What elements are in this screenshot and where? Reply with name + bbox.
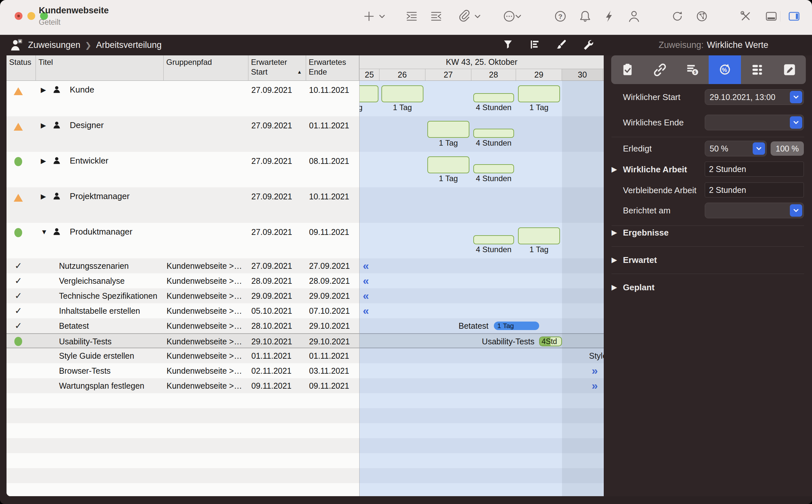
table-row[interactable]: Usability-Tests Kundenwebseite >… 29.10.… [7, 333, 359, 348]
column-header-erwarteter-start[interactable]: Erwarteter Start▲ [248, 55, 306, 81]
scroll-to-earlier-icon[interactable]: « [363, 258, 369, 273]
disclosure-expanded-icon[interactable]: ▼ [41, 223, 48, 241]
table-row[interactable]: ▼ Produktmanager 27.09.2021 09.11.2021 [7, 223, 359, 258]
filter-button[interactable] [502, 38, 515, 51]
disclosure-collapsed-icon[interactable]: ▶ [612, 162, 617, 177]
column-header-status[interactable]: Status [7, 55, 36, 81]
add-menu-button[interactable] [378, 9, 386, 23]
breadcrumb-item-arbeitsverteilung[interactable]: Arbeitsverteilung [96, 40, 162, 50]
actual-start-combobox[interactable]: 29.10.2021, 13:00 [705, 89, 804, 105]
minimize-button[interactable] [27, 12, 35, 20]
work-histogram-bar[interactable] [428, 156, 470, 173]
combo-chevron-icon[interactable] [790, 204, 802, 217]
actual-end-row: Wirkliches Ende [604, 115, 812, 130]
actual-work-input[interactable]: 2 Stunden [705, 162, 804, 177]
scroll-to-later-icon[interactable]: » [592, 363, 598, 378]
context-label: Zuweisung: [659, 40, 703, 50]
disclosure-collapsed-icon[interactable]: ▶ [612, 280, 617, 295]
resources-button[interactable] [627, 9, 641, 23]
attach-menu-button[interactable] [473, 9, 482, 23]
notifications-button[interactable] [578, 9, 592, 23]
outdent-button[interactable] [429, 9, 443, 23]
table-row[interactable]: Browser-Tests Kundenwebseite >… 02.11.20… [7, 363, 359, 378]
table-row[interactable]: ▶ Designer 27.09.2021 01.11.2021 [7, 116, 359, 152]
activity-button[interactable] [602, 9, 617, 23]
work-histogram-bar[interactable] [359, 85, 378, 102]
attach-button[interactable] [457, 9, 471, 23]
remaining-work-input[interactable]: 2 Stunden [705, 182, 804, 197]
table-row[interactable]: ▶ Kunde 27.09.2021 10.11.2021 [7, 81, 359, 116]
disclosure-collapsed-icon[interactable]: ▶ [41, 152, 46, 170]
disclosure-collapsed-icon[interactable]: ▶ [41, 116, 46, 135]
resource-person-icon [53, 192, 61, 202]
scroll-to-earlier-icon[interactable]: « [363, 288, 369, 303]
more-menu-button[interactable] [514, 9, 523, 23]
column-header-titel[interactable]: Titel [36, 55, 164, 81]
tab-actual-values[interactable]: % [709, 55, 741, 84]
disclosure-collapsed-icon[interactable]: ▶ [41, 187, 46, 206]
actual-end-combobox[interactable] [705, 115, 804, 130]
work-histogram-bar[interactable] [473, 93, 514, 102]
tab-checklist[interactable] [611, 55, 644, 84]
work-histogram-bar[interactable] [518, 85, 560, 102]
table-row[interactable]: Wartungsplan festlegen Kundenwebseite >…… [7, 378, 359, 393]
combo-chevron-icon[interactable] [753, 142, 765, 155]
table-row[interactable]: Style Guide erstellen Kundenwebseite >… … [7, 348, 359, 363]
indent-button[interactable] [404, 9, 419, 23]
sync-button[interactable] [670, 9, 685, 23]
work-bar-label: 4 Stunden [472, 138, 515, 148]
table-row[interactable]: ✓ Technische Spezifikationen Kundenwebse… [7, 288, 359, 303]
work-histogram-bar[interactable] [473, 164, 514, 173]
style-button[interactable] [555, 38, 568, 51]
bottom-panel-toggle[interactable] [764, 9, 778, 23]
gantt-row: Betatest 1 Tag [359, 318, 604, 333]
settings-button[interactable] [739, 9, 753, 23]
work-histogram-bar[interactable] [473, 235, 514, 244]
column-header-gruppenpfad[interactable]: Gruppenpfad [164, 55, 248, 81]
task-bar[interactable]: 1 Tag [494, 322, 539, 330]
section-label[interactable]: Geplant [623, 280, 655, 295]
network-button[interactable] [695, 9, 709, 23]
tab-resources[interactable] [741, 55, 774, 84]
breadcrumb-item-zuweisungen[interactable]: Zuweisungen [28, 40, 80, 50]
table-row[interactable]: ✓ Vergleichsanalyse Kundenwebseite >… 28… [7, 273, 359, 288]
field-label: Erledigt [623, 141, 652, 156]
tab-dependencies[interactable] [644, 55, 676, 84]
progress-task-bar[interactable]: 4Std [539, 337, 562, 346]
disclosure-collapsed-icon[interactable]: ▶ [612, 225, 617, 240]
close-button[interactable] [15, 12, 22, 20]
reported-on-combobox[interactable] [705, 203, 804, 218]
actual-work-row: ▶Wirkliche Arbeit2 Stunden [604, 162, 812, 177]
combo-chevron-icon[interactable] [790, 116, 802, 129]
table-row[interactable]: ✓ Inhaltstabelle erstellen Kundenwebseit… [7, 303, 359, 318]
work-histogram-bar[interactable] [518, 227, 560, 244]
svg-text:$: $ [694, 70, 696, 75]
combo-chevron-icon[interactable] [790, 91, 802, 103]
disclosure-collapsed-icon[interactable]: ▶ [41, 81, 46, 99]
outline-button[interactable] [529, 38, 542, 51]
help-button[interactable]: ? [553, 9, 568, 23]
column-header-erwartetes-ende[interactable]: Erwartetes Ende [306, 55, 359, 81]
work-histogram-bar[interactable] [473, 129, 514, 138]
section-label[interactable]: Ergebnisse [623, 225, 669, 240]
add-button[interactable] [362, 9, 376, 23]
section-label[interactable]: Erwartet [623, 252, 657, 268]
tab-costs[interactable]: $ [676, 55, 709, 84]
scroll-to-earlier-icon[interactable]: « [363, 303, 369, 318]
disclosure-collapsed-icon[interactable]: ▶ [612, 252, 617, 268]
completed-combobox[interactable]: 50 % [705, 141, 767, 156]
table-row[interactable]: ▶ Projektmanager 27.09.2021 10.11.2021 [7, 187, 359, 223]
scroll-to-earlier-icon[interactable]: « [363, 273, 369, 288]
tools-button[interactable] [581, 38, 594, 51]
tab-notes[interactable] [774, 55, 806, 84]
table-row[interactable]: ✓ Nutzungsszenarien Kundenwebseite >… 27… [7, 258, 359, 273]
work-histogram-bar[interactable] [381, 85, 424, 102]
table-row[interactable]: ▶ Entwickler 27.09.2021 08.11.2021 [7, 152, 359, 187]
empty-row [359, 483, 604, 496]
scroll-to-later-icon[interactable]: » [592, 378, 598, 393]
work-histogram-bar[interactable] [428, 121, 470, 138]
right-panel-toggle[interactable] [787, 9, 801, 23]
gantt-day-header: 252627282930 [359, 69, 604, 81]
completed-100-button[interactable]: 100 % [771, 141, 804, 156]
table-row[interactable]: ✓ Betatest Kundenwebseite >… 28.10.2021 … [7, 318, 359, 333]
